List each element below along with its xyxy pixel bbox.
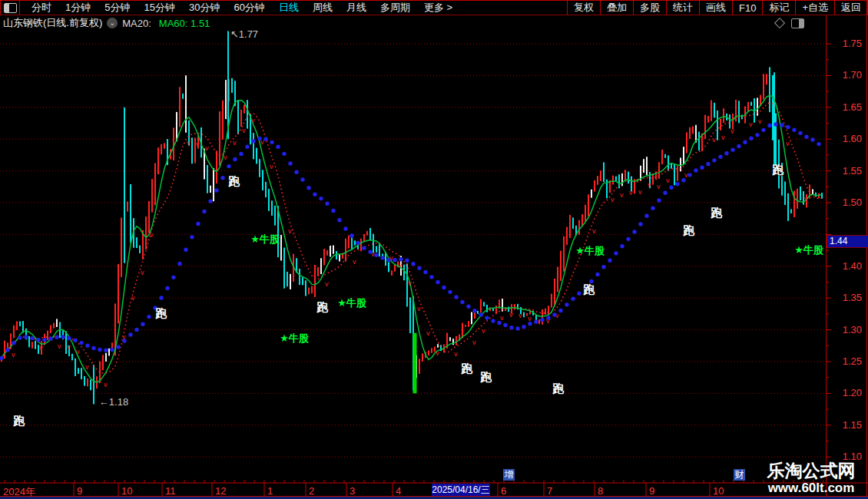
svg-text:v: v — [721, 134, 725, 141]
svg-text:v: v — [592, 227, 596, 235]
svg-text:v: v — [196, 140, 200, 148]
svg-text:v: v — [712, 136, 716, 144]
window-right-border — [866, 0, 867, 497]
bull-stock-annotation: ★牛股 — [575, 244, 605, 258]
x-axis-label: 6 — [501, 485, 506, 497]
x-axis-label: 2 — [309, 485, 314, 497]
price-callout: ←1.18 — [99, 396, 128, 408]
x-axis-label: 11 — [165, 485, 176, 497]
axis-border-line — [826, 15, 827, 497]
svg-text:v: v — [141, 269, 144, 276]
price-callout: ↖1.77 — [230, 28, 258, 40]
svg-text:v: v — [454, 350, 458, 358]
zeng-marker-badge: 增 — [503, 469, 515, 481]
x-axis-label: 7 — [547, 485, 552, 497]
app-window: 分时1分钟5分钟15分钟30分钟60分钟日线周线月线多周期更多 > 复权叠加多股… — [0, 0, 868, 499]
svg-text:v: v — [224, 154, 227, 161]
svg-text:v: v — [426, 329, 430, 337]
x-axis-label: 10 — [121, 485, 132, 497]
svg-text:v: v — [472, 339, 476, 346]
x-axis-label: 8 — [598, 485, 603, 497]
bull-stock-annotation: ★牛股 — [337, 296, 366, 310]
svg-text:v: v — [758, 117, 762, 125]
svg-text:v: v — [12, 351, 15, 359]
svg-text:v: v — [76, 348, 80, 355]
svg-text:v: v — [657, 183, 661, 190]
run-annotation: 跑 — [14, 414, 25, 428]
bull-stock-annotation: ★牛股 — [250, 233, 280, 246]
svg-text:v: v — [58, 342, 61, 350]
run-annotation: 跑 — [553, 382, 565, 396]
svg-text:v: v — [528, 315, 532, 322]
svg-text:v: v — [509, 311, 513, 319]
svg-text:v: v — [205, 144, 209, 152]
y-axis-label: 1.70 — [830, 69, 862, 81]
svg-text:v: v — [242, 127, 246, 134]
svg-text:v: v — [270, 163, 273, 170]
svg-text:v: v — [85, 363, 89, 371]
y-axis-label: 1.25 — [830, 355, 862, 367]
x-axis-label: 9 — [77, 485, 82, 497]
y-axis-label: 1.65 — [830, 101, 862, 113]
watermark-site-name: 乐淘公式网 — [759, 461, 863, 481]
svg-text:v: v — [749, 121, 753, 128]
svg-text:v: v — [518, 312, 522, 319]
svg-text:v: v — [436, 349, 439, 357]
svg-text:v: v — [399, 261, 403, 269]
svg-text:v: v — [804, 195, 808, 203]
run-annotation: 跑 — [229, 174, 240, 189]
cai-marker-badge: 财 — [734, 469, 745, 481]
svg-text:v: v — [325, 280, 329, 288]
selected-date-box: 2025/04/16/三 — [432, 484, 490, 496]
run-annotation: 跑 — [773, 163, 784, 177]
run-annotation: 跑 — [684, 223, 695, 238]
svg-text:v: v — [620, 191, 624, 199]
run-annotation: 跑 — [584, 283, 595, 297]
x-axis-label: 1 — [267, 485, 273, 497]
svg-text:v: v — [482, 327, 485, 335]
y-axis-label: 1.30 — [830, 324, 862, 335]
y-axis-label: 1.15 — [830, 419, 862, 431]
y-axis-label: 1.60 — [830, 133, 862, 144]
svg-text:v: v — [786, 140, 790, 147]
svg-text:v: v — [500, 314, 504, 322]
svg-text:v: v — [417, 305, 421, 312]
svg-text:v: v — [408, 279, 412, 287]
candlestick-chart[interactable]: vvvvvvvvvvvvvvvvvvvvvvvvvvvvvvvvvvvvvvvv… — [0, 0, 868, 499]
y-axis-label: 1.50 — [830, 197, 862, 208]
y-axis-label: 1.55 — [830, 165, 862, 177]
y-axis-label: 1.40 — [830, 260, 862, 272]
svg-text:v: v — [611, 196, 615, 203]
x-axis-label: 3 — [350, 485, 355, 497]
svg-text:v: v — [638, 188, 642, 196]
watermark: 乐淘公式网 www.60lt.com — [759, 461, 863, 495]
svg-text:v: v — [288, 227, 292, 235]
watermark-url: www.60lt.com — [759, 481, 863, 495]
y-axis-label: 1.20 — [830, 387, 862, 398]
svg-text:v: v — [104, 381, 108, 388]
svg-text:v: v — [39, 344, 43, 352]
bull-stock-annotation: ★牛股 — [794, 243, 823, 257]
bull-stock-annotation: ★牛股 — [280, 332, 309, 345]
svg-text:v: v — [233, 139, 237, 147]
run-annotation: 跑 — [481, 370, 492, 385]
x-axis-label: 12 — [215, 485, 226, 497]
svg-text:v: v — [629, 189, 633, 197]
svg-text:v: v — [131, 294, 135, 302]
svg-text:v: v — [150, 231, 154, 239]
x-axis-label: 10 — [713, 485, 724, 497]
svg-text:v: v — [684, 171, 688, 179]
y-axis-label: 1.35 — [830, 292, 862, 303]
svg-text:v: v — [648, 181, 651, 189]
svg-text:v: v — [67, 343, 71, 351]
svg-text:v: v — [731, 127, 734, 135]
svg-text:v: v — [187, 139, 190, 147]
run-annotation: 跑 — [156, 306, 167, 321]
run-annotation: 跑 — [462, 362, 473, 376]
y-axis-label: 1.75 — [830, 38, 862, 49]
current-price-tag: 1.44 — [827, 235, 868, 248]
svg-text:v: v — [251, 117, 255, 124]
run-annotation: 跑 — [711, 206, 723, 220]
run-annotation: 跑 — [317, 300, 329, 315]
x-axis-label: 4 — [396, 485, 401, 497]
